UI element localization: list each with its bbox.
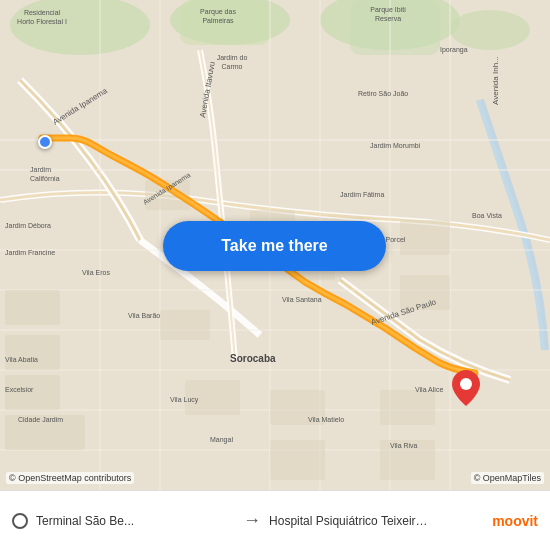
svg-rect-21 <box>5 290 60 325</box>
svg-text:Cidade Jardim: Cidade Jardim <box>18 416 63 423</box>
map-attribution2: © OpenMapTiles <box>471 472 544 484</box>
destination-marker <box>452 370 480 410</box>
svg-text:Jardim Débora: Jardim Débora <box>5 222 51 229</box>
svg-text:Jardim Francine: Jardim Francine <box>5 249 55 256</box>
destination-label: Hospital Psiquiátrico Teixeira L... <box>269 514 429 528</box>
svg-text:Palmeiras: Palmeiras <box>202 17 234 24</box>
svg-text:Sorocaba: Sorocaba <box>230 353 276 364</box>
svg-text:Carmo: Carmo <box>221 63 242 70</box>
svg-text:Retiro São João: Retiro São João <box>358 90 408 97</box>
arrow-icon: → <box>243 510 261 531</box>
map-attribution: © OpenStreetMap contributors <box>6 472 134 484</box>
origin-dot-icon <box>12 513 28 529</box>
svg-text:Parque das: Parque das <box>200 8 236 16</box>
svg-text:Iporanga: Iporanga <box>440 46 468 54</box>
svg-text:Avenida Inh...: Avenida Inh... <box>491 56 500 105</box>
svg-text:Vila Alice: Vila Alice <box>415 386 443 393</box>
take-me-there-label: Take me there <box>221 237 327 255</box>
svg-text:Vila Eros: Vila Eros <box>82 269 110 276</box>
svg-rect-32 <box>400 220 450 255</box>
svg-text:Boa Vista: Boa Vista <box>472 212 502 219</box>
map-container: Avenida Ipanema Avenida Ipanema Residenc… <box>0 0 550 490</box>
svg-text:Vila Abatia: Vila Abatia <box>5 356 38 363</box>
origin-label: Terminal São Be... <box>36 514 134 528</box>
svg-text:Vila Riva: Vila Riva <box>390 442 418 449</box>
svg-text:Mangal: Mangal <box>210 436 233 444</box>
svg-text:Horto Florestal I: Horto Florestal I <box>17 18 67 25</box>
svg-text:Jardim do: Jardim do <box>217 54 248 61</box>
take-me-there-button[interactable]: Take me there <box>163 221 386 271</box>
svg-rect-28 <box>160 310 210 340</box>
svg-text:Califórnia: Califórnia <box>30 175 60 182</box>
svg-rect-34 <box>380 390 435 425</box>
svg-rect-22 <box>5 335 60 370</box>
moovit-logo-text: moovit <box>492 513 538 529</box>
svg-point-4 <box>450 10 530 50</box>
destination-info: Hospital Psiquiátrico Teixeira L... <box>269 514 492 528</box>
svg-text:Residencial: Residencial <box>24 9 61 16</box>
bottom-bar: Terminal São Be... → Hospital Psiquiátri… <box>0 490 550 550</box>
moovit-logo: moovit <box>492 512 538 530</box>
svg-text:Jardim: Jardim <box>30 166 51 173</box>
svg-text:Vila Matielo: Vila Matielo <box>308 416 344 423</box>
svg-point-72 <box>460 378 472 390</box>
svg-text:Vila Barão: Vila Barão <box>128 312 160 319</box>
svg-text:Jardim Morumbi: Jardim Morumbi <box>370 142 421 149</box>
svg-text:Vila Santana: Vila Santana <box>282 296 322 303</box>
origin-marker <box>38 135 52 149</box>
svg-text:Excelsior: Excelsior <box>5 386 34 393</box>
svg-text:Vila Lucy: Vila Lucy <box>170 396 199 404</box>
svg-text:Parque Ibiti: Parque Ibiti <box>370 6 406 14</box>
origin-info: Terminal São Be... <box>12 513 235 529</box>
svg-text:Reserva: Reserva <box>375 15 401 22</box>
svg-rect-31 <box>270 440 325 480</box>
svg-text:Jardim Fátima: Jardim Fátima <box>340 191 384 198</box>
